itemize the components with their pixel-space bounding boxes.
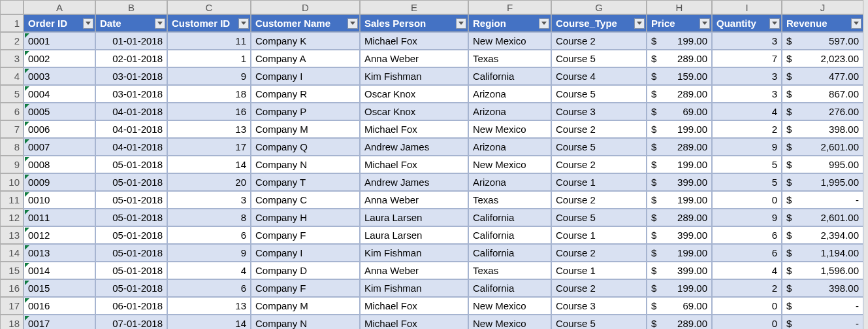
- cell-order-id[interactable]: 0012: [24, 226, 95, 244]
- cell-price[interactable]: $199.00: [647, 279, 712, 297]
- cell-sales-person[interactable]: Kim Fishman: [360, 279, 468, 297]
- cell-price[interactable]: $199.00: [647, 156, 712, 173]
- cell-sales-person[interactable]: Michael Fox: [360, 315, 468, 329]
- cell-course-type[interactable]: Course 5: [551, 209, 647, 226]
- cell-region[interactable]: California: [468, 209, 551, 226]
- row-header-2[interactable]: 2: [0, 32, 24, 50]
- cell-order-id[interactable]: 0005: [24, 103, 95, 120]
- cell-region[interactable]: California: [468, 67, 551, 85]
- cell-customer-id[interactable]: 13: [167, 297, 251, 315]
- cell-sales-person[interactable]: Laura Larsen: [360, 209, 468, 226]
- filter-dropdown-button[interactable]: [634, 18, 645, 29]
- cell-quantity[interactable]: 5: [712, 156, 782, 173]
- cell-revenue[interactable]: $2,601.00: [782, 138, 863, 156]
- column-header-E[interactable]: E: [360, 0, 468, 14]
- cell-price[interactable]: $159.00: [647, 67, 712, 85]
- cell-price[interactable]: $199.00: [647, 32, 712, 50]
- cell-customer-name[interactable]: Company T: [251, 173, 360, 191]
- cell-course-type[interactable]: Course 2: [551, 244, 647, 262]
- row-header-14[interactable]: 14: [0, 244, 24, 262]
- filter-dropdown-button[interactable]: [83, 18, 93, 29]
- cell-revenue[interactable]: $-: [782, 297, 863, 315]
- cell-course-type[interactable]: Course 2: [551, 156, 647, 173]
- cell-quantity[interactable]: 6: [712, 226, 782, 244]
- table-header-J[interactable]: Revenue: [782, 14, 863, 32]
- cell-customer-name[interactable]: Company I: [251, 67, 360, 85]
- cell-customer-name[interactable]: Company A: [251, 50, 360, 67]
- cell-sales-person[interactable]: Anna Weber: [360, 262, 468, 279]
- cell-order-id[interactable]: 0003: [24, 67, 95, 85]
- column-header-F[interactable]: F: [468, 0, 551, 14]
- row-header-11[interactable]: 11: [0, 191, 24, 209]
- cell-sales-person[interactable]: Oscar Knox: [360, 103, 468, 120]
- cell-revenue[interactable]: $-: [782, 191, 863, 209]
- cell-region[interactable]: New Mexico: [468, 156, 551, 173]
- cell-sales-person[interactable]: Kim Fishman: [360, 244, 468, 262]
- cell-order-id[interactable]: 0008: [24, 156, 95, 173]
- cell-quantity[interactable]: 6: [712, 244, 782, 262]
- cell-customer-id[interactable]: 9: [167, 244, 251, 262]
- filter-dropdown-button[interactable]: [769, 18, 780, 29]
- cell-course-type[interactable]: Course 3: [551, 103, 647, 120]
- spreadsheet-grid[interactable]: ABCDEFGHIJ1Order IDDateCustomer IDCustom…: [0, 0, 868, 329]
- cell-date[interactable]: 05-01-2018: [95, 262, 167, 279]
- cell-date[interactable]: 04-01-2018: [95, 120, 167, 138]
- cell-date[interactable]: 04-01-2018: [95, 138, 167, 156]
- select-all-corner[interactable]: [0, 0, 24, 14]
- cell-course-type[interactable]: Course 1: [551, 173, 647, 191]
- cell-customer-name[interactable]: Company N: [251, 156, 360, 173]
- cell-quantity[interactable]: 9: [712, 138, 782, 156]
- cell-order-id[interactable]: 0009: [24, 173, 95, 191]
- cell-region[interactable]: Texas: [468, 50, 551, 67]
- cell-course-type[interactable]: Course 3: [551, 297, 647, 315]
- cell-course-type[interactable]: Course 5: [551, 85, 647, 103]
- cell-quantity[interactable]: 3: [712, 67, 782, 85]
- cell-region[interactable]: New Mexico: [468, 315, 551, 329]
- cell-order-id[interactable]: 0010: [24, 191, 95, 209]
- cell-customer-id[interactable]: 9: [167, 67, 251, 85]
- cell-customer-id[interactable]: 18: [167, 85, 251, 103]
- table-header-B[interactable]: Date: [95, 14, 167, 32]
- cell-sales-person[interactable]: Andrew James: [360, 173, 468, 191]
- cell-quantity[interactable]: 3: [712, 85, 782, 103]
- cell-quantity[interactable]: 2: [712, 120, 782, 138]
- cell-customer-id[interactable]: 8: [167, 209, 251, 226]
- cell-sales-person[interactable]: Anna Weber: [360, 50, 468, 67]
- cell-revenue[interactable]: $2,601.00: [782, 209, 863, 226]
- cell-course-type[interactable]: Course 5: [551, 50, 647, 67]
- cell-sales-person[interactable]: Michael Fox: [360, 297, 468, 315]
- cell-price[interactable]: $69.00: [647, 297, 712, 315]
- cell-sales-person[interactable]: Michael Fox: [360, 156, 468, 173]
- cell-region[interactable]: Arizona: [468, 103, 551, 120]
- cell-revenue[interactable]: $867.00: [782, 85, 863, 103]
- cell-order-id[interactable]: 0011: [24, 209, 95, 226]
- cell-customer-id[interactable]: 14: [167, 156, 251, 173]
- cell-sales-person[interactable]: Oscar Knox: [360, 85, 468, 103]
- cell-date[interactable]: 01-01-2018: [95, 32, 167, 50]
- cell-sales-person[interactable]: Michael Fox: [360, 120, 468, 138]
- cell-revenue[interactable]: $1,194.00: [782, 244, 863, 262]
- cell-order-id[interactable]: 0016: [24, 297, 95, 315]
- cell-course-type[interactable]: Course 4: [551, 67, 647, 85]
- cell-region[interactable]: Arizona: [468, 138, 551, 156]
- row-header-15[interactable]: 15: [0, 262, 24, 279]
- cell-price[interactable]: $69.00: [647, 103, 712, 120]
- row-header-1[interactable]: 1: [0, 14, 24, 32]
- row-header-10[interactable]: 10: [0, 173, 24, 191]
- cell-region[interactable]: Arizona: [468, 85, 551, 103]
- cell-quantity[interactable]: 0: [712, 297, 782, 315]
- cell-date[interactable]: 02-01-2018: [95, 50, 167, 67]
- cell-course-type[interactable]: Course 1: [551, 226, 647, 244]
- cell-sales-person[interactable]: Anna Weber: [360, 191, 468, 209]
- cell-customer-name[interactable]: Company Q: [251, 138, 360, 156]
- cell-region[interactable]: California: [468, 244, 551, 262]
- cell-sales-person[interactable]: Laura Larsen: [360, 226, 468, 244]
- cell-revenue[interactable]: $-: [782, 315, 863, 329]
- row-header-18[interactable]: 18: [0, 315, 24, 329]
- cell-quantity[interactable]: 5: [712, 173, 782, 191]
- cell-sales-person[interactable]: Michael Fox: [360, 32, 468, 50]
- cell-region[interactable]: Texas: [468, 262, 551, 279]
- cell-customer-id[interactable]: 20: [167, 173, 251, 191]
- cell-customer-name[interactable]: Company M: [251, 297, 360, 315]
- filter-dropdown-button[interactable]: [347, 18, 358, 29]
